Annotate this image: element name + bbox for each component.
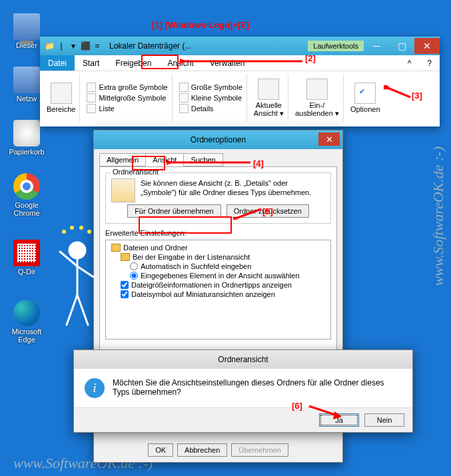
stickfigure-illustration bbox=[52, 225, 99, 338]
minimize-button[interactable]: ─ bbox=[364, 38, 389, 54]
dropdown-icon[interactable]: ▾ bbox=[68, 41, 79, 51]
menu-file[interactable]: Datei bbox=[40, 55, 75, 71]
view-small[interactable]: Kleine Symbole bbox=[179, 93, 242, 103]
folderview-desc: Sie können diese Ansicht (z. B. „Details… bbox=[141, 178, 325, 198]
ribbon-collapse-icon[interactable]: ^ bbox=[400, 55, 420, 71]
highlight-ansicht-dialog-tab bbox=[132, 156, 165, 170]
tree-chk-thumb[interactable]: Dateisymbol auf Miniaturansichten anzeig… bbox=[119, 290, 328, 299]
confirm-message: Möchten Sie die Ansichtseinstellungen di… bbox=[113, 378, 402, 398]
explorer-window: 📁 | ▾ ⬛ = Lokaler Datenträger (... Laufw… bbox=[40, 37, 440, 126]
tree-sub1[interactable]: Bei der Eingabe in der Listenansicht bbox=[119, 252, 328, 262]
view-large[interactable]: Große Symbole bbox=[179, 83, 242, 92]
view-extralarge[interactable]: Extra große Symbole bbox=[87, 83, 167, 92]
help-icon[interactable]: ? bbox=[419, 55, 440, 71]
network-icon bbox=[13, 67, 40, 93]
thispc-icon bbox=[13, 13, 40, 40]
ribbon-layout-2: Große Symbole Kleine Symbole Details bbox=[175, 74, 247, 122]
medium-icon bbox=[87, 93, 96, 103]
close-button[interactable]: ✕ bbox=[414, 38, 440, 54]
advanced-settings-tree[interactable]: Dateien und Ordner Bei der Eingabe in de… bbox=[105, 240, 331, 340]
annotation-4: [4] bbox=[253, 158, 264, 168]
radio-input[interactable] bbox=[130, 272, 138, 280]
maximize-button[interactable]: ▢ bbox=[389, 38, 414, 54]
view-medium[interactable]: Mittelgroße Symbole bbox=[87, 93, 167, 103]
arrow-3 bbox=[384, 85, 412, 101]
ribbon-options[interactable]: ✔ Optionen bbox=[346, 74, 384, 122]
explorer-ribbon: Bereiche Extra große Symbole Mittelgroße… bbox=[40, 71, 440, 124]
ok-button[interactable]: OK bbox=[148, 443, 173, 457]
menu-start[interactable]: Start bbox=[75, 55, 107, 71]
svg-point-7 bbox=[69, 242, 85, 258]
no-button[interactable]: Nein bbox=[364, 413, 404, 427]
svg-line-12 bbox=[77, 295, 88, 325]
edge-icon bbox=[13, 300, 40, 326]
svg-line-5 bbox=[309, 406, 337, 415]
options-icon: ✔ bbox=[354, 83, 376, 104]
svg-point-16 bbox=[87, 230, 91, 234]
recyclebin-icon bbox=[13, 120, 40, 146]
tree-root[interactable]: Dateien und Ordner bbox=[110, 243, 328, 252]
checkbox-input[interactable] bbox=[121, 290, 129, 298]
tree-radio-selectitem[interactable]: Eingegebenes Element in der Ansicht ausw… bbox=[129, 271, 328, 280]
radio-input[interactable] bbox=[130, 262, 138, 270]
ribbon-panes[interactable]: Bereiche bbox=[43, 74, 80, 122]
properties-icon[interactable]: ⬛ bbox=[80, 41, 91, 51]
svg-line-10 bbox=[77, 266, 93, 277]
arrow-6 bbox=[308, 403, 341, 419]
extralarge-icon bbox=[87, 83, 96, 92]
svg-line-2 bbox=[388, 88, 410, 97]
divider-icon: | bbox=[56, 41, 67, 51]
watermark-right: www.SoftwareOK.de :-) bbox=[430, 146, 447, 286]
folder-icon: 📁 bbox=[44, 41, 55, 51]
explorer-titlebar[interactable]: 📁 | ▾ ⬛ = Lokaler Datenträger (... Laufw… bbox=[40, 37, 440, 55]
checkbox-input[interactable] bbox=[121, 281, 129, 289]
qat-divider: = bbox=[92, 41, 103, 51]
qdir-icon bbox=[13, 240, 40, 266]
list-icon bbox=[87, 104, 96, 113]
svg-line-4 bbox=[236, 209, 261, 218]
context-tab-drivetools[interactable]: Laufwerktools bbox=[308, 41, 364, 51]
confirm-dialog: Ordneransicht i Möchten Sie die Ansichts… bbox=[73, 350, 413, 433]
tree-chk-filesize[interactable]: Dateigrößeinformationen in Ordnertipps a… bbox=[119, 280, 328, 290]
panes-icon bbox=[51, 83, 72, 104]
ribbon-showhide[interactable]: Ein-/ ausblenden ▾ bbox=[291, 74, 344, 122]
annotation-3: [3] bbox=[412, 91, 422, 101]
annotation-6: [6] bbox=[292, 401, 302, 411]
svg-point-14 bbox=[70, 226, 74, 230]
svg-line-11 bbox=[67, 295, 77, 325]
svg-point-13 bbox=[62, 230, 66, 234]
small-icon bbox=[179, 93, 189, 103]
view-details[interactable]: Details bbox=[179, 104, 242, 113]
apply-to-folders-button[interactable]: Für Ordner übernehmen bbox=[127, 204, 221, 218]
folder-options-titlebar[interactable]: Ordneroptionen ✕ bbox=[94, 130, 342, 149]
folder-icon bbox=[121, 253, 130, 261]
svg-marker-6 bbox=[333, 411, 341, 419]
arrow-2 bbox=[180, 56, 304, 67]
folder-options-buttons: OK Abbrechen Übernehmen bbox=[94, 443, 342, 457]
arrow-5 bbox=[233, 206, 262, 220]
apply-button[interactable]: Übernehmen bbox=[231, 443, 288, 457]
arrow-4 bbox=[167, 157, 252, 168]
folder-options-close[interactable]: ✕ bbox=[318, 132, 340, 146]
confirm-titlebar[interactable]: Ordneransicht bbox=[74, 350, 412, 369]
currentview-icon bbox=[258, 79, 279, 100]
info-icon: i bbox=[85, 378, 105, 398]
desktop-icon-chrome[interactable]: Google Chrome bbox=[7, 173, 47, 217]
ribbon-layout: Extra große Symbole Mittelgroße Symbole … bbox=[83, 74, 172, 122]
highlight-apply-button bbox=[139, 216, 232, 234]
showhide-icon bbox=[306, 79, 328, 100]
svg-point-15 bbox=[79, 226, 83, 230]
cancel-button[interactable]: Abbrechen bbox=[177, 443, 227, 457]
annotation-5: [5] bbox=[262, 206, 273, 216]
details-icon bbox=[179, 104, 189, 113]
chrome-icon bbox=[13, 173, 40, 200]
desktop-icon-edge[interactable]: Microsoft Edge bbox=[7, 300, 47, 344]
highlight-ansicht-tab bbox=[141, 55, 179, 69]
view-list[interactable]: Liste bbox=[87, 104, 167, 113]
explorer-title: Lokaler Datenträger (... bbox=[109, 41, 308, 51]
ribbon-currentview[interactable]: Aktuelle Ansicht ▾ bbox=[250, 74, 288, 122]
tree-radio-autosearch[interactable]: Automatisch in Suchfeld eingeben bbox=[129, 262, 328, 271]
folderview-icon bbox=[111, 178, 135, 202]
desktop-icon-qdir[interactable]: Q-Dir bbox=[7, 240, 47, 276]
annotation-2: [2] bbox=[305, 53, 316, 63]
